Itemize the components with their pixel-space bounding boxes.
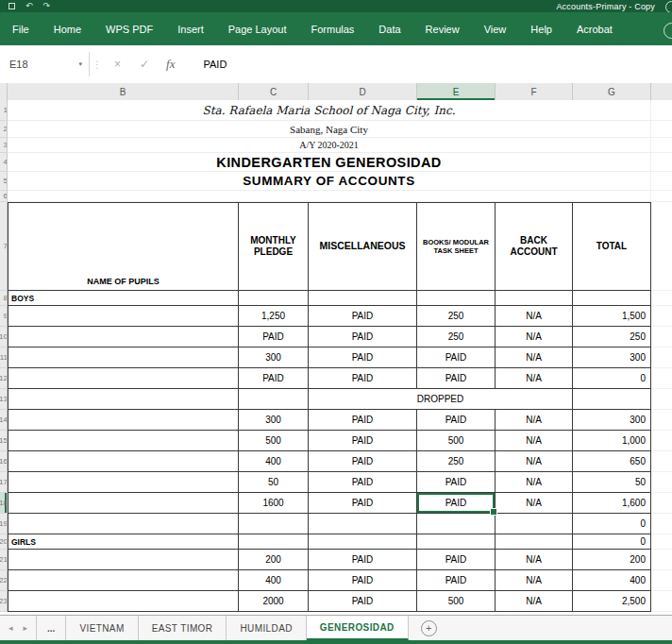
grid-cell[interactable]: [417, 534, 496, 550]
grid-cell-total[interactable]: 300: [573, 410, 651, 431]
grid-cell[interactable]: N/A: [496, 493, 573, 514]
column-header-e[interactable]: E: [417, 83, 496, 100]
ribbon-tab-view[interactable]: View: [472, 12, 519, 45]
grid-cell[interactable]: [239, 514, 309, 534]
row-header-10[interactable]: 10: [0, 327, 8, 347]
row-header-6[interactable]: 6: [0, 191, 8, 202]
grid-cell[interactable]: [309, 291, 417, 306]
grid-cell[interactable]: PAID: [309, 591, 417, 612]
grid-cell[interactable]: PAID: [417, 570, 496, 591]
insert-function-icon[interactable]: fx: [159, 57, 182, 72]
ribbon-tab-home[interactable]: Home: [42, 12, 93, 45]
grid-cell[interactable]: [496, 291, 573, 306]
grid-cell[interactable]: N/A: [496, 368, 573, 389]
row-header-18[interactable]: 18: [0, 493, 8, 514]
row-header-7[interactable]: 7: [0, 202, 8, 291]
ribbon-tab-page-layout[interactable]: Page Layout: [216, 12, 299, 45]
column-header-c[interactable]: C: [239, 83, 309, 100]
grid-cell[interactable]: PAID: [309, 451, 417, 472]
grid-cell[interactable]: [309, 534, 417, 550]
row-header-8[interactable]: 8: [0, 291, 8, 306]
name-cell[interactable]: [8, 570, 239, 591]
column-header-b[interactable]: B: [8, 83, 239, 100]
grid-cell-total[interactable]: 1,600: [573, 493, 651, 514]
name-cell[interactable]: [8, 368, 239, 389]
grid-cell-total[interactable]: 1,000: [573, 431, 651, 451]
grid-cell[interactable]: PAID: [417, 410, 496, 431]
dropped-cell[interactable]: DROPPED: [309, 389, 573, 410]
add-sheet-button[interactable]: +: [421, 620, 437, 636]
grid-cell[interactable]: PAID: [309, 410, 417, 431]
undo-icon[interactable]: ↶: [25, 2, 33, 10]
grid-cell[interactable]: PAID: [417, 347, 496, 368]
name-box[interactable]: E18 ▾: [0, 52, 90, 76]
row-header-5[interactable]: 5: [0, 172, 8, 191]
name-cell[interactable]: [8, 410, 239, 431]
grid-cell[interactable]: 500: [417, 431, 496, 451]
grid-cell-total[interactable]: 200: [573, 550, 651, 570]
grid-cell[interactable]: PAID: [309, 431, 417, 451]
grid-cell[interactable]: N/A: [496, 550, 573, 570]
sheet-tab-vietnam[interactable]: VIETNAM: [66, 616, 138, 640]
redo-icon[interactable]: ↷: [43, 2, 51, 10]
grid-cell[interactable]: PAID: [309, 306, 417, 327]
grid-cell[interactable]: 1600: [239, 493, 309, 514]
grid-cell-total[interactable]: 0: [573, 534, 651, 550]
name-cell[interactable]: [8, 493, 239, 514]
grid-cell-total[interactable]: [573, 291, 651, 306]
grid-cell[interactable]: 50: [239, 472, 309, 493]
grid-cell[interactable]: N/A: [496, 472, 573, 493]
row-header-11[interactable]: 11: [0, 347, 8, 368]
sheet-tab-generosidad[interactable]: GENEROSIDAD: [307, 616, 409, 640]
grid-cell[interactable]: PAID: [309, 327, 417, 347]
grid-cell-total[interactable]: 50: [573, 472, 651, 493]
grid-cell[interactable]: 500: [417, 591, 496, 612]
row-header-17[interactable]: 17: [0, 472, 8, 493]
grid-cell-total[interactable]: 250: [573, 327, 651, 347]
enter-icon[interactable]: ✓: [130, 58, 159, 71]
row-header-21[interactable]: 21: [0, 550, 8, 570]
grid-cell[interactable]: 1,250: [239, 306, 309, 327]
grid-cell[interactable]: PAID: [239, 327, 309, 347]
grid-cell[interactable]: [239, 389, 309, 410]
ribbon-tab-help[interactable]: Help: [518, 12, 564, 45]
save-icon[interactable]: [8, 3, 15, 9]
grid-cell[interactable]: PAID: [239, 368, 309, 389]
sheet-overflow-tab[interactable]: ...: [36, 616, 66, 640]
grid-cell[interactable]: N/A: [496, 347, 573, 368]
grid-cell[interactable]: PAID: [417, 368, 496, 389]
grid-cell[interactable]: 250: [417, 327, 496, 347]
ribbon-tab-formulas[interactable]: Formulas: [299, 12, 367, 45]
grid-cell[interactable]: [417, 291, 496, 306]
grid-cell[interactable]: N/A: [496, 431, 573, 451]
formula-input[interactable]: PAID: [203, 59, 227, 70]
grid-cell[interactable]: 500: [239, 431, 309, 451]
grid-cell[interactable]: PAID: [309, 550, 417, 570]
grid-cell[interactable]: PAID: [309, 570, 417, 591]
column-header-d[interactable]: D: [309, 83, 417, 100]
name-cell[interactable]: [8, 389, 239, 410]
fill-handle[interactable]: [490, 508, 497, 516]
ribbon-account-icon[interactable]: [664, 23, 672, 39]
grid-cell[interactable]: 400: [239, 570, 309, 591]
grid-cell[interactable]: PAID: [309, 368, 417, 389]
row-header-2[interactable]: 2: [0, 121, 8, 138]
name-cell[interactable]: [8, 306, 239, 327]
grid-cell[interactable]: [417, 514, 496, 534]
row-header-1[interactable]: 1: [0, 100, 8, 121]
grid-cell[interactable]: 2000: [239, 591, 309, 612]
name-cell[interactable]: [8, 347, 239, 368]
grid-cell-total[interactable]: 0: [573, 514, 651, 534]
ribbon-tab-wps-pdf[interactable]: WPS PDF: [93, 12, 165, 45]
grid-cell[interactable]: PAID: [309, 472, 417, 493]
sheet-nav-next-icon[interactable]: ▸: [24, 623, 28, 633]
select-all-corner[interactable]: [0, 83, 8, 100]
name-cell[interactable]: [8, 431, 239, 451]
ribbon-tab-acrobat[interactable]: Acrobat: [564, 12, 625, 45]
grid-cell[interactable]: 300: [239, 347, 309, 368]
row-header-4[interactable]: 4: [0, 153, 8, 172]
grid-cell[interactable]: 400: [239, 451, 309, 472]
ribbon-tab-review[interactable]: Review: [413, 12, 472, 45]
grid-cell-total[interactable]: 0: [573, 368, 651, 389]
name-cell[interactable]: [8, 550, 239, 570]
